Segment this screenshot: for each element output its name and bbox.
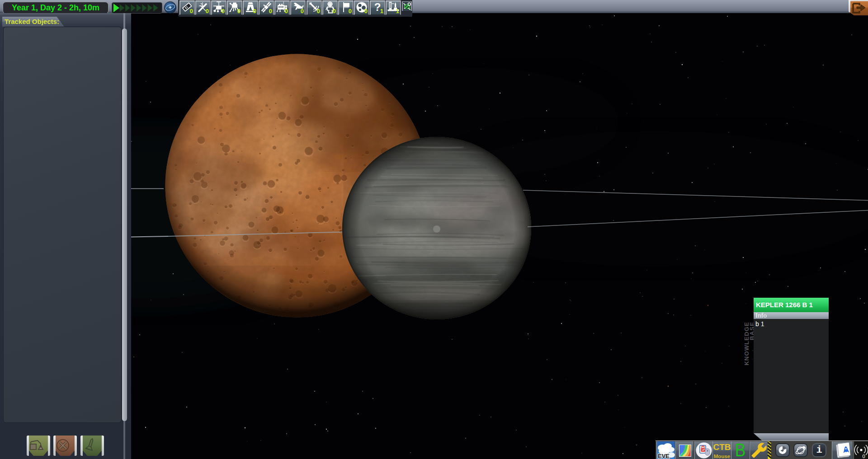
svg-text:0: 0 [863, 454, 865, 459]
svg-text:EVE: EVE [658, 453, 670, 459]
